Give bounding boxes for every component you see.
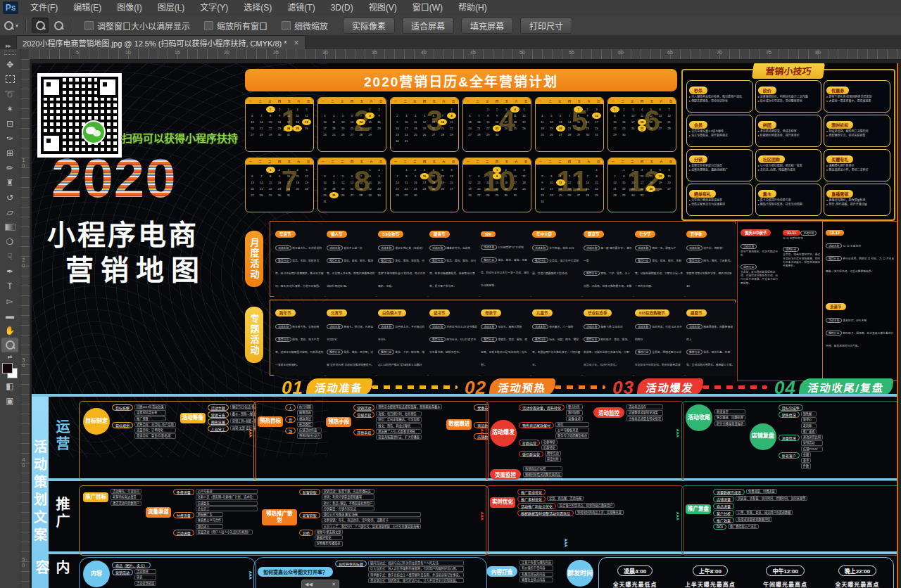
menu-item[interactable]: 帮助(H) [450,0,495,15]
mindmap-pr-plan: 推广目标活动曝光、引流访问老客特权直达激活激活活动内页数用户流量渠道免费流量公众… [79,485,489,556]
foreground-color-swatch[interactable] [2,363,13,373]
smudge-tool[interactable]: ☟ [1,249,18,264]
option-checkbox[interactable]: 细微缩放 [282,20,328,32]
day-number: 18 [510,119,519,125]
healing-brush-tool[interactable]: ⊞ [1,146,18,160]
mindmap-branch: 高打开率的标题疑问互动式：阅读与自己有关的文章是每个人的天分。巨大反差式：放入对… [335,561,464,583]
blur-tool[interactable]: ❍ [1,234,18,249]
checkbox-icon[interactable] [204,21,213,30]
day-number: 5 [339,173,348,179]
day-number: 12 [547,119,556,125]
option-checkbox[interactable]: 调整窗口大小以满屏显示 [84,20,190,32]
day-number: 6 [664,167,674,173]
checkbox-icon[interactable] [84,21,94,30]
eraser-tool[interactable]: ▱ [1,205,18,219]
weekday-label: 日 [307,99,310,103]
eyedropper-tool[interactable]: ✑ [1,131,18,146]
day-number: 18 [411,125,420,132]
mindmap-group: 数据跟进优惠券数据已领数使用数核销率商品数据浏览加购量店铺数据访问预热页量新客留… [446,404,489,445]
menu-item[interactable]: 编辑(E) [65,0,109,15]
zoom-out-button[interactable]: - [50,18,67,33]
menu-item[interactable]: 图层(L) [150,0,193,15]
industry-label: 推荐行业 [481,337,497,342]
menu-item[interactable]: 文字(Y) [192,0,236,15]
theme-text: 踏青好时节，出游季 [446,247,470,250]
zoom-in-button[interactable]: + [32,18,49,33]
leaf-item: 朋友圈广告 [196,512,224,517]
floating-panel-fragment[interactable]: ◀◀ ✕ [301,580,339,588]
day-number: 22 [365,186,374,192]
zoom-tool-preset[interactable]: ▾ [4,21,18,30]
marquee-tool[interactable] [1,72,18,87]
weekday-label: 四 [351,99,353,103]
mindmap-group: 内容商品（图片、卖点）营销活动活动素材热卖活动会场链接 [83,561,156,587]
vertical-ruler[interactable]: 1020304050 [20,59,30,588]
menu-item[interactable]: 窗口(W) [405,0,450,15]
theme-label: 活动主题 [826,243,842,248]
day-number: 18 [556,186,565,192]
swap-colors-icon[interactable]: ⇄ [8,354,13,360]
branch-label: 店铺流量 [713,496,734,502]
activity-industry: 推荐行业 美妆、服饰、家居等，可发挥“女神节献给自己”的活动，符合女性需求、宠爱… [378,252,427,290]
lasso-tool[interactable]: ➰ [1,87,18,101]
canvas-area[interactable]: 扫码可以获得小程序扶持 2020 小程序电商 营销地图 2020营销日历&全年营… [30,59,901,588]
option-checkbox[interactable]: 缩放所有窗口 [204,20,267,32]
day-number: 4 [638,106,647,113]
branch-children: 销售目标：总目标+各产品线流量目标：订单转化渠道目标：裂变/存量/私域 [134,422,176,439]
type-tool[interactable]: T [1,279,18,293]
move-tool[interactable]: ✥ [1,57,18,72]
day-number: 29 [574,132,583,138]
industry-text: 食品、美妆、服饰、出行等，应季可做便携食品、装备等出行清单，提升客户参与率。 [429,260,476,288]
mindmap-group: 推广目标活动曝光、引流访问老客特权直达激活激活活动内页数用户 [83,489,141,506]
crop-tool[interactable]: ⊡ [1,116,18,131]
brush-tool[interactable]: ✏ [1,160,18,175]
option-button[interactable]: 适合屏幕 [402,18,454,34]
menu-item[interactable]: 3D(D) [323,0,361,15]
day-number: 6 [248,113,257,119]
day-number: 8 [266,173,275,179]
activity-title: 年货节 [275,231,296,238]
pen-tool[interactable]: ✒ [1,264,18,279]
option-button[interactable]: 填充屏幕 [461,18,513,34]
magic-wand-tool[interactable]: ✶ [1,101,18,116]
day-number: 7 [393,173,402,179]
day-number: 22 [402,186,411,192]
zoom-tool[interactable] [1,338,18,352]
divider [32,394,897,397]
panel-grip[interactable] [4,51,15,55]
day-number: 13 [655,113,664,119]
leaf-item: 直播/返场 [566,416,583,421]
option-button[interactable]: 打印尺寸 [520,18,572,34]
menu-item[interactable]: 滤镜(T) [279,0,322,15]
shape-tool[interactable]: ▬ [1,308,18,323]
day-number: 22 [619,186,629,192]
tab-close-icon[interactable]: × [294,38,299,48]
option-button[interactable]: 实际像素 [343,18,395,34]
big-activity-card: 11.11活动主题11.11 剁手狂欢节适用行业全品类，电商年度狂欢节，通过多类… [783,224,822,378]
activity-title: 七夕节 [635,231,655,238]
checkbox-icon[interactable] [282,21,291,30]
quick-mask-button[interactable]: ◧ [1,378,18,393]
close-icon[interactable]: ✕ [332,582,336,587]
send-time-item: 晚上22:00全天曝光最高点 [835,563,879,588]
panel-collapse-icon[interactable]: ▸▸ [0,42,16,49]
color-swatches[interactable] [2,363,18,378]
history-brush-tool[interactable]: ↺ [1,190,18,205]
menu-item[interactable]: 图像(I) [109,0,149,15]
screen-mode-button[interactable]: ▣ [1,393,18,408]
weekday-header: 一二三四五六日 [391,158,458,165]
horizontal-ruler[interactable]: 5101520253035404550556065707580 [30,49,901,60]
hand-tool[interactable]: ✋ [1,323,18,338]
collapse-left-icon[interactable]: ◀◀ [305,582,313,587]
document-tab[interactable]: 2020小程序电商营销地图.jpg @ 12.5% (扫码可以获得小程序扶持, … [16,35,305,49]
day-number: 27 [655,125,664,132]
path-selection-tool[interactable]: ▻ [1,293,18,308]
menu-item[interactable]: 选择(S) [236,0,279,15]
leaf-item: 视频号/朋友圈文案 [315,530,344,535]
menu-item[interactable]: 文件(F) [23,0,65,15]
menu-item[interactable]: 视图(V) [361,0,405,15]
day-number: 8 [484,113,493,119]
gradient-tool[interactable] [1,219,18,234]
clone-stamp-tool[interactable]: ♜ [1,175,18,190]
branch-children: 预售定金膨胀等玩法提前锁客，预热期发券蓄水 [376,404,442,409]
